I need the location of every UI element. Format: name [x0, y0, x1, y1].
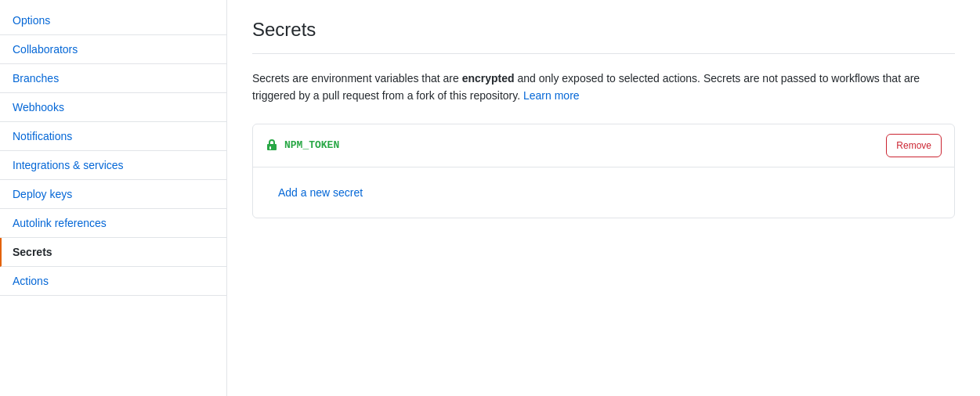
learn-more-link[interactable]: Learn more	[523, 89, 580, 102]
sidebar-item-notifications[interactable]: Notifications	[0, 122, 226, 151]
add-secret-link[interactable]: Add a new secret	[266, 177, 375, 208]
sidebar-item-secrets[interactable]: Secrets	[0, 238, 226, 267]
sidebar-item-integrations[interactable]: Integrations & services	[0, 151, 226, 180]
lock-icon	[266, 139, 278, 152]
page-title: Secrets	[252, 19, 955, 41]
description-part1: Secrets are environment variables that a…	[252, 72, 462, 85]
description-text: Secrets are environment variables that a…	[252, 70, 955, 105]
sidebar-item-options[interactable]: Options	[0, 6, 226, 35]
sidebar: OptionsCollaboratorsBranchesWebhooksNoti…	[0, 0, 227, 396]
add-secret-row: Add a new secret	[253, 167, 954, 218]
secrets-container: NPM_TOKEN Remove Add a new secret	[252, 124, 955, 218]
sidebar-item-branches[interactable]: Branches	[0, 64, 226, 93]
secret-row: NPM_TOKEN Remove	[253, 124, 954, 167]
sidebar-item-deploy-keys[interactable]: Deploy keys	[0, 180, 226, 209]
sidebar-item-autolink[interactable]: Autolink references	[0, 209, 226, 238]
section-divider	[252, 53, 955, 54]
description-bold: encrypted	[462, 72, 515, 85]
secret-name: NPM_TOKEN	[284, 139, 886, 151]
main-content: Secrets Secrets are environment variable…	[227, 0, 980, 396]
sidebar-item-webhooks[interactable]: Webhooks	[0, 93, 226, 122]
sidebar-item-actions[interactable]: Actions	[0, 267, 226, 296]
sidebar-item-collaborators[interactable]: Collaborators	[0, 35, 226, 64]
remove-button[interactable]: Remove	[886, 134, 942, 157]
